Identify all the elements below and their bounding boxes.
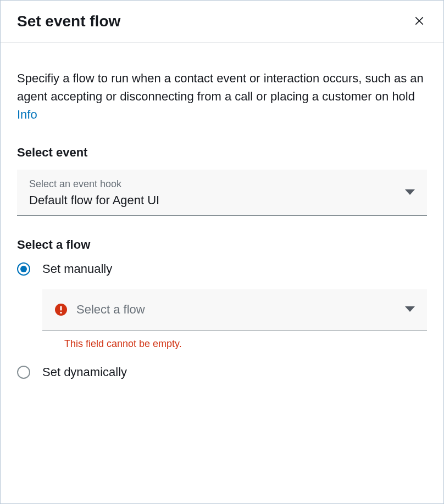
info-link[interactable]: Info bbox=[17, 108, 37, 121]
svg-marker-6 bbox=[405, 306, 415, 312]
event-section: Select event Select an event hook Defaul… bbox=[17, 145, 427, 216]
flow-error-message: This field cannot be empty. bbox=[64, 338, 427, 350]
manual-flow-block: Select a flow This field cannot be empty… bbox=[42, 289, 427, 350]
event-section-label: Select event bbox=[17, 145, 427, 160]
error-icon bbox=[54, 303, 68, 316]
event-hook-select[interactable]: Select an event hook Default flow for Ag… bbox=[17, 170, 427, 216]
radio-set-dynamically[interactable] bbox=[17, 366, 30, 379]
flow-select[interactable]: Select a flow bbox=[42, 289, 427, 331]
flow-select-placeholder: Select a flow bbox=[76, 303, 145, 317]
flow-section-label: Select a flow bbox=[17, 238, 427, 252]
radio-set-manually[interactable] bbox=[17, 262, 30, 276]
close-icon bbox=[414, 15, 425, 28]
event-hook-value: Default flow for Agent UI bbox=[29, 193, 415, 208]
chevron-down-icon bbox=[405, 305, 415, 315]
svg-point-5 bbox=[60, 312, 62, 313]
flow-section: Select a flow Set manually Select a flow bbox=[17, 238, 427, 379]
svg-rect-4 bbox=[60, 306, 62, 311]
dialog-header: Set event flow bbox=[1, 1, 443, 43]
dialog-title: Set event flow bbox=[17, 13, 120, 30]
flow-radio-group: Set manually Select a flow bbox=[17, 262, 427, 379]
description-text-content: Specifiy a flow to run when a contact ev… bbox=[17, 71, 424, 103]
svg-marker-2 bbox=[405, 189, 415, 195]
chevron-down-icon bbox=[405, 188, 415, 198]
dialog-body: Specifiy a flow to run when a contact ev… bbox=[1, 43, 443, 409]
radio-label-manually: Set manually bbox=[42, 262, 112, 276]
close-button[interactable] bbox=[412, 13, 427, 30]
event-hook-sub-label: Select an event hook bbox=[29, 178, 415, 190]
radio-label-dynamically: Set dynamically bbox=[42, 365, 127, 379]
radio-row-dynamically: Set dynamically bbox=[17, 365, 427, 379]
description-text: Specifiy a flow to run when a contact ev… bbox=[17, 69, 427, 124]
radio-row-manually: Set manually bbox=[17, 262, 427, 276]
